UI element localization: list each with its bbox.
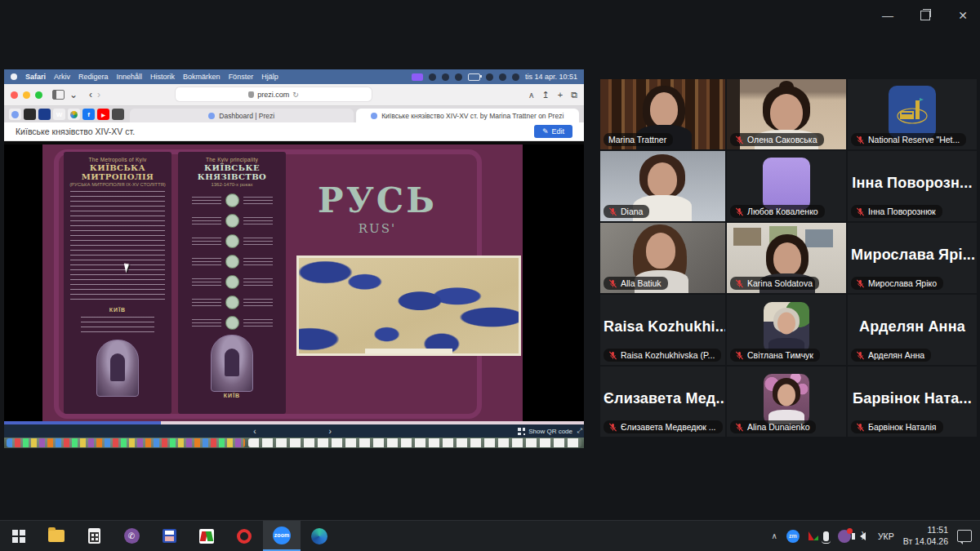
forward-button[interactable]: ›	[97, 90, 100, 100]
menu-redigera[interactable]: Redigera	[78, 73, 109, 81]
participant-tile-national-reserve[interactable]: National Reserve "Het...	[848, 79, 977, 149]
pinned-tab-icon[interactable]	[24, 109, 36, 120]
status-icon[interactable]	[429, 73, 436, 81]
mic-off-icon	[856, 136, 865, 144]
close-window-icon[interactable]	[11, 91, 18, 99]
tray-chevron-icon[interactable]: ∧	[772, 531, 777, 540]
tab-label: Dashboard | Prezi	[219, 112, 274, 120]
save-app-button[interactable]	[150, 521, 188, 551]
participant-tile-yelyzaveta-medvediuk[interactable]: Єлизавета Мед... Єлизавета Медведюк ...	[600, 367, 725, 437]
status-icon[interactable]	[455, 73, 462, 81]
show-qr-button[interactable]: Show QR code	[518, 424, 572, 438]
panel2-subtitle: 1362-1470-х роках	[182, 182, 282, 187]
participant-tile-liubov-kovalenko[interactable]: Любов Коваленко	[727, 151, 846, 221]
prezi-favicon	[371, 113, 377, 119]
minimize-button[interactable]: —	[880, 8, 895, 23]
file-explorer-button[interactable]	[38, 521, 75, 551]
participant-name: Олена Саковська	[747, 135, 817, 144]
participant-big-name: Мирослава Ярі...	[848, 247, 977, 264]
pinned-tab-icon[interactable]	[38, 109, 51, 120]
participant-tile-alina-dunaienko[interactable]: Alina Dunaienko	[727, 367, 846, 437]
language-indicator[interactable]: УКР	[878, 531, 894, 541]
menu-innehall[interactable]: Innehåll	[117, 73, 143, 81]
participant-tile-marina-trattner[interactable]: Marina Trattner	[600, 79, 725, 149]
screen-recording-icon[interactable]	[412, 73, 423, 81]
menu-arkiv[interactable]: Arkiv	[54, 73, 70, 81]
metropolis-panel: The Metropolis of Kyiv КИЇВСЬКА МИТРОПОЛ…	[64, 152, 172, 414]
clock[interactable]: 11:51 Вт 14.04.26	[903, 525, 948, 546]
minimize-window-icon[interactable]	[23, 91, 30, 99]
presentation-canvas[interactable]: The Metropolis of Kyiv КИЇВСЬКА МИТРОПОЛ…	[4, 144, 584, 421]
participant-tile-olena-sakovska[interactable]: Олена Саковська	[727, 79, 846, 149]
participant-tile-ardelian-anna[interactable]: Арделян Анна Арделян Анна	[848, 295, 977, 365]
translate-icon[interactable]: ᴀ	[529, 90, 533, 100]
close-button[interactable]: ✕	[956, 8, 970, 23]
medallion-icon	[225, 275, 239, 289]
speaker-icon[interactable]	[860, 532, 866, 540]
participant-tile-barvinok-nataliia[interactable]: Барвінок Ната... Барвінок Наталія	[848, 367, 977, 437]
new-tab-button[interactable]: +	[558, 90, 563, 100]
participant-tile-svitlana-tymchuk[interactable]: Світлана Тимчук	[727, 295, 846, 365]
reload-icon[interactable]: ↻	[292, 91, 299, 99]
pinned-tab-icon[interactable]	[112, 109, 124, 120]
fullscreen-icon[interactable]: ⤢	[577, 424, 582, 438]
mic-off-icon	[608, 207, 617, 216]
participant-tile-karina-soldatova[interactable]: Karina Soldatova	[727, 223, 846, 293]
participant-tile-inna-povorozniuk[interactable]: Інна Поворозн... Інна Поворознюк	[848, 151, 977, 221]
viber-tray-icon[interactable]	[838, 530, 851, 543]
opera-button[interactable]	[225, 521, 263, 551]
mic-off-icon	[856, 279, 865, 288]
search-icon[interactable]	[499, 73, 506, 81]
prev-slide-button[interactable]: ‹	[253, 424, 256, 438]
wifi-icon[interactable]	[486, 73, 493, 81]
zoom-icon: zoom	[273, 527, 291, 544]
tab-presentation[interactable]: Київське князівство XIV-XV ст. by Marina…	[356, 109, 580, 122]
back-button[interactable]: ‹	[89, 90, 92, 100]
status-icon[interactable]	[442, 73, 449, 81]
tray-app-icon[interactable]	[808, 531, 814, 540]
zoom-tray-icon[interactable]: zm	[786, 530, 800, 543]
pinned-tab-wikipedia-icon[interactable]: W	[53, 109, 65, 120]
dock-app-icons[interactable]	[7, 438, 245, 447]
participant-big-name: Raisa Kozhukhi...	[600, 318, 725, 335]
pinned-tab-youtube-icon[interactable]: ▶	[97, 109, 109, 120]
calculator-button[interactable]	[75, 521, 113, 551]
zoom-window-icon[interactable]	[35, 91, 42, 99]
qr-icon	[518, 428, 525, 435]
control-center-icon[interactable]	[512, 73, 519, 81]
menu-bokmarken[interactable]: Bokmärken	[183, 73, 220, 81]
next-slide-button[interactable]: ›	[329, 424, 332, 438]
image-viewer-button[interactable]	[188, 521, 225, 551]
chevron-down-icon[interactable]: ⌄	[69, 90, 78, 100]
participant-name: Арделян Анна	[868, 350, 924, 360]
participant-tile-raisa-kozhukhivska[interactable]: Raisa Kozhukhi... Raisa Kozhukhivska (P.…	[600, 295, 725, 365]
pinned-tab-icon[interactable]	[9, 109, 21, 120]
menu-fonster[interactable]: Fönster	[229, 73, 254, 81]
restore-button[interactable]	[918, 8, 933, 23]
start-button[interactable]	[0, 521, 38, 551]
edge-button[interactable]	[301, 521, 338, 551]
menu-bar-clock[interactable]: tis 14 apr. 10:51	[525, 73, 577, 81]
participant-tile-myroslava-yariko[interactable]: Мирослава Ярі... Мирослава Яріко	[848, 223, 977, 293]
address-bar[interactable]: prezi.com ↻	[176, 87, 372, 101]
pinned-tab-icon[interactable]	[68, 109, 80, 120]
tab-dashboard[interactable]: Dashboard | Prezi	[130, 109, 354, 122]
macos-dock[interactable]	[4, 438, 584, 448]
share-icon[interactable]: ↥	[541, 90, 549, 100]
tab-overview-icon[interactable]: ⧉	[571, 90, 577, 100]
pinned-tab-facebook-icon[interactable]: f	[82, 109, 95, 120]
menu-hjalp[interactable]: Hjälp	[261, 73, 278, 81]
menu-safari[interactable]: Safari	[25, 73, 46, 81]
participant-tile-diana[interactable]: Diana	[600, 151, 725, 221]
menu-historik[interactable]: Historik	[150, 73, 175, 81]
notification-center-icon[interactable]	[957, 530, 972, 542]
sidebar-icon[interactable]	[52, 90, 65, 100]
edit-button[interactable]: ✎ Edit	[534, 125, 572, 138]
participant-tile-alla-batiuk[interactable]: Alla Batiuk	[600, 223, 725, 293]
apple-icon[interactable]	[11, 73, 17, 80]
safari-tab-bar: W f ▶ Dashboard | Prezi Київське князівс…	[4, 106, 584, 122]
zoom-app-button[interactable]: zoom	[263, 521, 301, 551]
dock-window-thumbnails[interactable]	[248, 438, 581, 447]
viber-button[interactable]: ✆	[113, 521, 150, 551]
microphone-tray-icon[interactable]	[823, 531, 829, 541]
